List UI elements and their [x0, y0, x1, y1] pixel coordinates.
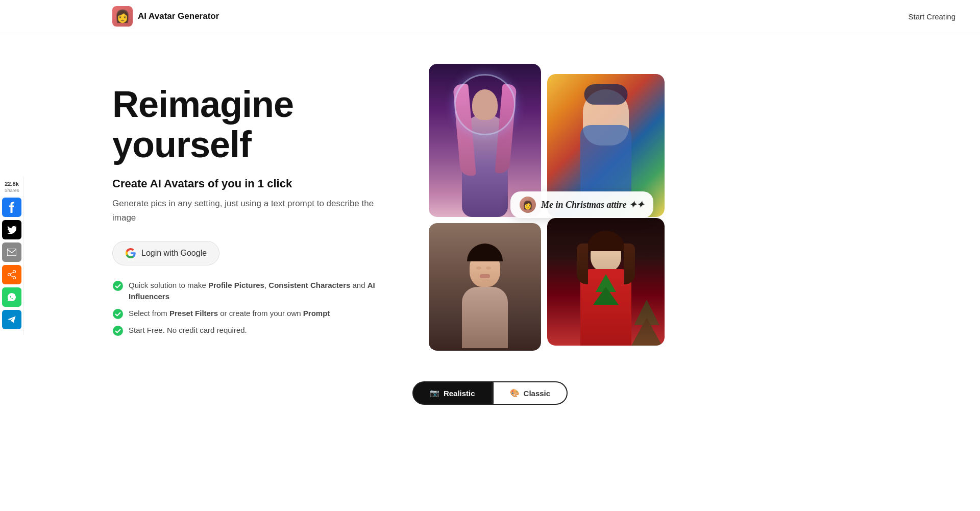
- hero-section: Reimagine yourself Create AI Avatars of …: [0, 33, 980, 371]
- brand-avatar: 👩: [115, 10, 130, 22]
- twitter-share-button[interactable]: [2, 220, 21, 239]
- check-icon-3: [112, 325, 124, 336]
- svg-point-1: [13, 270, 16, 273]
- tab-classic-label: Classic: [524, 389, 551, 398]
- hero-title: Reimagine yourself: [112, 84, 388, 165]
- share-count: 22.8k: [5, 181, 19, 187]
- facebook-share-button[interactable]: [2, 198, 21, 217]
- hero-title-line2: yourself: [112, 124, 251, 165]
- tab-realistic[interactable]: 📷 Realistic: [412, 381, 493, 405]
- hero-right: 👩 Me in Christmas attire ✦✦: [429, 64, 694, 351]
- tab-classic[interactable]: 🎨 Classic: [493, 381, 568, 405]
- feature-text-2: Select from Preset Filters or create fro…: [129, 308, 330, 320]
- google-login-label: Login with Google: [141, 249, 207, 258]
- bubble-text: Me in Christmas attire ✦✦: [541, 199, 644, 210]
- google-icon: [125, 248, 136, 259]
- sharethis-button[interactable]: [2, 265, 21, 284]
- feature-item-2: Select from Preset Filters or create fro…: [112, 308, 388, 320]
- palette-icon: 🎨: [510, 388, 520, 398]
- prompt-bubble: 👩 Me in Christmas attire ✦✦: [510, 191, 653, 218]
- svg-point-3: [8, 273, 11, 276]
- hero-subtitle: Create AI Avatars of you in 1 click: [112, 177, 388, 190]
- style-tabs: 📷 Realistic 🎨 Classic: [0, 371, 980, 410]
- tab-realistic-label: Realistic: [444, 389, 475, 398]
- whatsapp-share-button[interactable]: [2, 287, 21, 307]
- brand-logo: 👩: [112, 6, 133, 27]
- avatar-image-4: [547, 218, 665, 346]
- svg-line-4: [11, 272, 13, 274]
- navbar: 👩 AI Avatar Generator Start Creating: [0, 0, 980, 33]
- svg-rect-0: [7, 249, 16, 256]
- svg-line-5: [11, 275, 13, 277]
- social-sidebar: 22.8k Shares: [0, 177, 24, 335]
- email-share-button[interactable]: [2, 242, 21, 262]
- telegram-share-button[interactable]: [2, 310, 21, 329]
- svg-point-7: [113, 309, 123, 319]
- avatar-image-3: [429, 223, 541, 351]
- features-list: Quick solution to make Profile Pictures,…: [112, 280, 388, 336]
- check-icon-2: [112, 308, 124, 320]
- feature-text-3: Start Free. No credit card required.: [129, 325, 247, 336]
- feature-item-1: Quick solution to make Profile Pictures,…: [112, 280, 388, 303]
- hero-title-line1: Reimagine: [112, 84, 293, 125]
- hero-left: Reimagine yourself Create AI Avatars of …: [112, 64, 388, 336]
- bubble-avatar: 👩: [520, 197, 536, 213]
- google-login-button[interactable]: Login with Google: [112, 241, 219, 265]
- feature-text-1: Quick solution to make Profile Pictures,…: [129, 280, 388, 303]
- svg-point-2: [13, 276, 16, 279]
- brand-name: AI Avatar Generator: [138, 11, 219, 21]
- feature-item-3: Start Free. No credit card required.: [112, 325, 388, 336]
- camera-icon: 📷: [430, 388, 439, 398]
- start-creating-link[interactable]: Start Creating: [908, 12, 955, 21]
- svg-point-6: [113, 281, 123, 291]
- check-icon-1: [112, 280, 124, 291]
- share-label: Shares: [5, 188, 19, 193]
- hero-description: Generate pics in any setting, just using…: [112, 197, 388, 224]
- svg-point-8: [113, 326, 123, 336]
- nav-brand: 👩 AI Avatar Generator: [112, 6, 219, 27]
